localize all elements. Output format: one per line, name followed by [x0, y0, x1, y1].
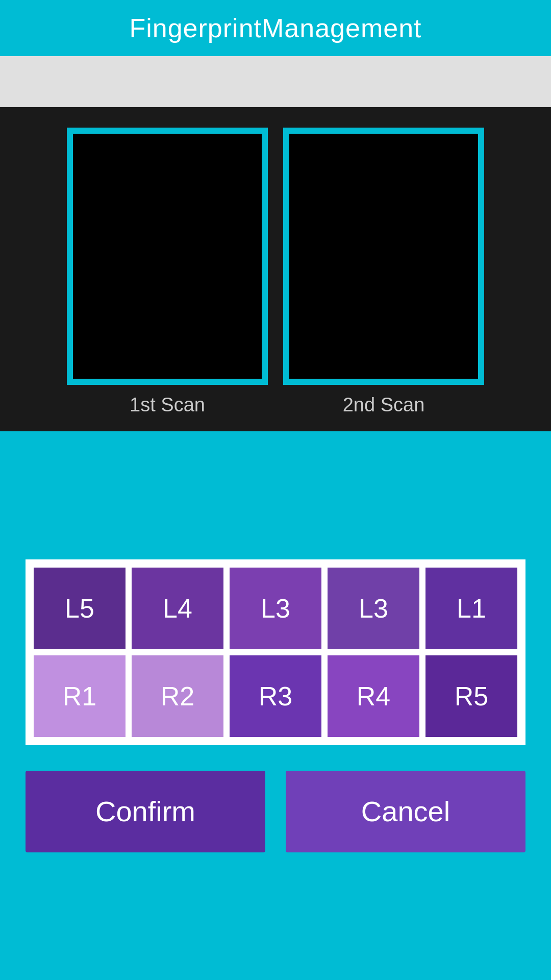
cancel-button[interactable]: Cancel — [286, 771, 525, 852]
scan-panel-2-wrapper: 2nd Scan — [283, 128, 484, 416]
finger-btn-r1[interactable]: R1 — [34, 655, 126, 737]
finger-grid: L5 L4 L3 L3 L1 R1 R2 R3 R4 R5 — [26, 559, 525, 745]
finger-btn-r5[interactable]: R5 — [425, 655, 517, 737]
finger-btn-l1[interactable]: L1 — [425, 568, 517, 649]
finger-btn-l4[interactable]: L4 — [132, 568, 223, 649]
finger-btn-r3[interactable]: R3 — [230, 655, 321, 737]
bottom-section: L5 L4 L3 L3 L1 R1 R2 R3 R4 R5 Confirm Ca… — [0, 431, 551, 980]
scan-label-2: 2nd Scan — [343, 394, 425, 416]
top-bar: FingerprintManagement — [0, 0, 551, 56]
scan-panel-1[interactable] — [73, 134, 262, 379]
gray-separator — [0, 56, 551, 107]
confirm-button[interactable]: Confirm — [26, 771, 265, 852]
finger-btn-l3a[interactable]: L3 — [230, 568, 321, 649]
scan-label-1: 1st Scan — [130, 394, 205, 416]
scan-panel-1-border — [67, 128, 268, 385]
finger-btn-l3b[interactable]: L3 — [328, 568, 419, 649]
finger-btn-r2[interactable]: R2 — [132, 655, 223, 737]
app-title: FingerprintManagement — [129, 13, 421, 43]
scan-panel-2[interactable] — [289, 134, 478, 379]
scan-panel-1-wrapper: 1st Scan — [67, 128, 268, 416]
finger-btn-l5[interactable]: L5 — [34, 568, 126, 649]
action-buttons: Confirm Cancel — [26, 771, 525, 852]
finger-btn-r4[interactable]: R4 — [328, 655, 419, 737]
scan-area: 1st Scan 2nd Scan — [0, 107, 551, 431]
scan-panels: 1st Scan 2nd Scan — [15, 128, 536, 416]
scan-panel-2-border — [283, 128, 484, 385]
